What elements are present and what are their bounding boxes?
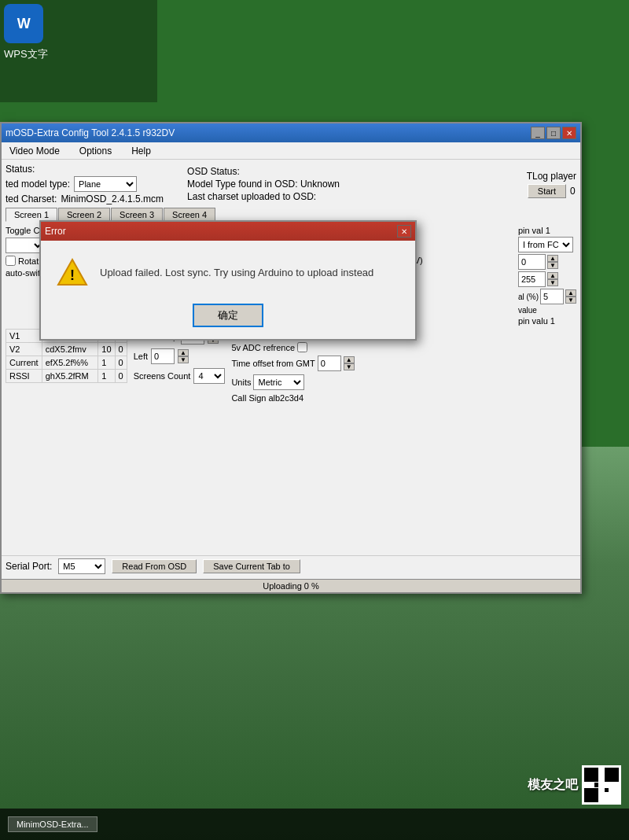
- error-dialog: Error ✕ ! Upload failed. Lost sync. Try …: [39, 220, 417, 341]
- table-cell: efX5.2f%%: [42, 356, 98, 370]
- read-from-osd-button[interactable]: Read From OSD: [112, 559, 197, 573]
- left-label: Left: [134, 352, 148, 361]
- time-offset-row: Time offset from GMT ▲▼: [231, 356, 354, 371]
- table-cell: 0: [115, 356, 127, 370]
- start-button[interactable]: Start: [528, 184, 566, 198]
- dialog-close-button[interactable]: ✕: [397, 225, 411, 238]
- app-window: mOSD-Extra Config Tool 2.4.1.5 r932DV _ …: [0, 122, 582, 594]
- dialog-title: Error: [45, 226, 66, 237]
- dialog-buttons: 确定: [41, 300, 415, 339]
- table-cell: 10: [98, 343, 115, 356]
- osd-status-value: Model Type found in OSD: Unknown: [187, 179, 340, 190]
- tlog-label: TLog player: [527, 171, 576, 182]
- i-from-fc-select[interactable]: I from FC: [518, 237, 573, 252]
- watermark: 模友之吧: [528, 765, 621, 805]
- menu-options[interactable]: Options: [75, 144, 116, 158]
- val0-up[interactable]: ▲: [547, 255, 558, 262]
- bottom-taskbar: MinimOSD-Extra...: [0, 809, 629, 840]
- screens-count-label: Screens Count: [134, 371, 191, 381]
- menu-bar: Video Mode Options Help: [2, 142, 580, 160]
- app-title: mOSD-Extra Config Tool 2.4.1.5 r932DV: [6, 127, 175, 138]
- table-cell: RSSI: [6, 370, 42, 383]
- dialog-message: Upload failed. Lost sync. Try using Ardu…: [100, 267, 399, 278]
- pin-val-value: 1: [546, 226, 550, 235]
- model-type-select[interactable]: Plane: [74, 176, 137, 192]
- val255-down[interactable]: ▼: [547, 279, 558, 286]
- time-offset-down[interactable]: ▼: [344, 363, 355, 370]
- svg-text:!: !: [70, 267, 75, 283]
- serial-port-label: Serial Port:: [6, 561, 52, 572]
- watermark-text: 模友之吧: [528, 777, 578, 794]
- charset-value: MinimOSD_2.4.1.5.mcm: [61, 193, 164, 204]
- maximize-button[interactable]: □: [546, 127, 561, 139]
- table-cell: 1: [98, 370, 115, 383]
- table-cell: V2: [6, 343, 42, 356]
- val0-down[interactable]: ▼: [547, 262, 558, 269]
- tlog-value: 0: [570, 186, 576, 197]
- status-row: Status: ted model type: Plane ted Charse…: [6, 164, 576, 204]
- minimize-button[interactable]: _: [531, 127, 545, 139]
- call-sign-value: alb2c3d4: [268, 393, 303, 403]
- qr-block: [605, 788, 609, 792]
- screens-count-row: Screens Count 4: [134, 368, 226, 384]
- taskbar-app-minimOSD[interactable]: MinimOSD-Extra...: [8, 816, 97, 832]
- units-label: Units: [231, 378, 251, 387]
- al-percent-input[interactable]: [540, 289, 564, 304]
- last-charset-label: Last charset uploaded to OSD:: [187, 191, 340, 202]
- val255-up[interactable]: ▲: [547, 272, 558, 279]
- table-cell: 0: [115, 370, 127, 383]
- five-v-label: 5v ADC refrence: [231, 343, 295, 352]
- offsets-left-row: Left ▲▼: [134, 348, 226, 364]
- left-spin-down[interactable]: ▼: [178, 356, 189, 363]
- time-offset-up[interactable]: ▲: [344, 356, 355, 363]
- screens-count-select[interactable]: 4: [193, 368, 225, 384]
- dialog-ok-button[interactable]: 确定: [193, 304, 263, 327]
- table-row: RSSI ghX5.2fRM 1 0: [6, 370, 127, 383]
- model-type-label: ted model type:: [6, 179, 70, 190]
- table-cell: 0: [115, 343, 127, 356]
- close-button[interactable]: ✕: [562, 127, 576, 139]
- menu-help[interactable]: Help: [127, 144, 155, 158]
- five-v-checkbox[interactable]: [297, 342, 307, 352]
- qr-code: [582, 765, 621, 805]
- al-down[interactable]: ▼: [565, 297, 576, 304]
- units-select[interactable]: Metric: [253, 374, 304, 390]
- serial-port-select[interactable]: M5: [58, 558, 105, 574]
- al-up[interactable]: ▲: [565, 289, 576, 297]
- time-offset-input[interactable]: [318, 356, 341, 371]
- bottom-bar: Serial Port: M5 Read From OSD Save Curre…: [2, 555, 580, 577]
- table-row: V2 cdX5.2fmv 10 0: [6, 343, 127, 356]
- pin-val-label: pin val: [518, 226, 543, 235]
- left-spin-up[interactable]: ▲: [178, 349, 189, 356]
- qr-block: [584, 768, 598, 782]
- charset-label: ted Charset:: [6, 193, 57, 204]
- table-cell: ghX5.2fRM: [42, 370, 98, 383]
- dialog-title-bar: Error ✕: [41, 222, 415, 241]
- value-label: value: [518, 306, 537, 315]
- qr-block: [594, 783, 598, 787]
- save-current-tab-button[interactable]: Save Current Tab to: [203, 559, 300, 573]
- qr-block: [605, 768, 619, 782]
- osd-status-label: OSD Status:: [187, 166, 340, 177]
- offsets-left-input[interactable]: [151, 348, 175, 364]
- table-cell: 1: [98, 356, 115, 370]
- time-offset-label: Time offset from GMT: [231, 359, 314, 368]
- table-row: Current efX5.2f%% 1 0: [6, 356, 127, 370]
- pin-val-value2: 1: [550, 316, 555, 326]
- rotation-switch-checkbox[interactable]: [6, 256, 16, 266]
- title-bar: mOSD-Extra Config Tool 2.4.1.5 r932DV _ …: [2, 123, 580, 142]
- val-255-input[interactable]: [518, 271, 546, 287]
- units-row: Units Metric: [231, 374, 354, 390]
- wps-label: WPS文字: [4, 43, 48, 61]
- table-cell: cdX5.2fmv: [42, 343, 98, 356]
- percent-label: al (%): [518, 293, 539, 301]
- status-label: Status:: [6, 164, 164, 175]
- five-v-row: 5v ADC refrence: [231, 342, 354, 352]
- menu-video-mode[interactable]: Video Mode: [6, 144, 64, 158]
- qr-block: [584, 788, 598, 802]
- status-bar-text: Uploading 0 %: [263, 581, 319, 591]
- val-0-input[interactable]: [518, 254, 546, 270]
- table-cell: V1: [6, 330, 42, 343]
- call-sign-row: Call Sign alb2c3d4: [231, 393, 354, 403]
- wps-icon[interactable]: W: [4, 4, 43, 43]
